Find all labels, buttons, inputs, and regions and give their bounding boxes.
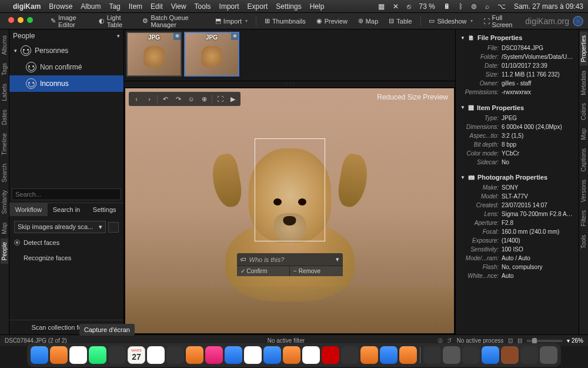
dock-music[interactable] [205, 346, 223, 364]
dock-app[interactable] [89, 346, 106, 364]
add-face-button[interactable]: ⊕ [198, 94, 210, 104]
detect-faces-radio[interactable]: Detect faces [14, 239, 119, 246]
zoom-slider[interactable] [527, 340, 562, 342]
maximize-button[interactable] [27, 17, 33, 23]
face-tag-button[interactable]: ☺ [185, 94, 197, 104]
menu-edit[interactable]: Edit [151, 2, 163, 11]
thumbnail-item[interactable]: JPG◉ [184, 32, 239, 77]
dock-app[interactable] [69, 346, 87, 364]
face-name-input[interactable]: 🏷Who is this?▾ [237, 253, 343, 266]
help-button[interactable] [108, 222, 119, 233]
dock-app[interactable] [147, 346, 165, 364]
tree-item-unknown[interactable]: Inconnus [9, 75, 123, 92]
tab-captions[interactable]: Captions [580, 145, 587, 175]
remove-button[interactable]: −Remove [290, 266, 343, 276]
tab-timeline[interactable]: Timeline [1, 130, 8, 158]
tab-people[interactable]: People [1, 238, 8, 264]
image-editor-button[interactable]: ✎Image Editor [47, 12, 92, 30]
collapse-icon[interactable]: ▼ [460, 105, 465, 110]
tab-versions[interactable]: Versions [580, 176, 587, 205]
menu-import[interactable]: Import [219, 2, 239, 11]
dock-app[interactable] [462, 346, 480, 364]
dock-app[interactable] [166, 346, 184, 364]
map-button[interactable]: ⊛Map [355, 15, 382, 26]
preview-button[interactable]: ◉Preview [313, 15, 351, 26]
collapse-icon[interactable]: ▼ [460, 35, 465, 41]
tab-settings[interactable]: Settings [85, 203, 123, 216]
recognize-faces-radio[interactable]: Recognize faces [14, 251, 119, 265]
tab-similarity[interactable]: Similarity [1, 187, 8, 218]
tray-icon[interactable]: ⎋ [407, 2, 411, 11]
tab-workflow[interactable]: Workflow [9, 203, 48, 216]
clock[interactable]: Sam. 27 mars à 09:43 [514, 2, 583, 11]
dock-virtualbox[interactable] [380, 346, 397, 364]
dock-app[interactable] [423, 346, 441, 364]
dock-app[interactable] [360, 346, 378, 364]
tray-icon[interactable]: ✕ [393, 2, 399, 11]
dock-vlc[interactable] [399, 346, 417, 364]
thumbnails-button[interactable]: ⊞Thumbnails [261, 15, 309, 26]
dock-app[interactable] [108, 346, 126, 364]
dock-appstore[interactable] [225, 346, 242, 364]
search-input[interactable] [12, 188, 121, 200]
table-button[interactable]: ⊟Table [385, 15, 415, 26]
skip-images-select[interactable]: Skip images already sca...▾ [14, 221, 106, 233]
tab-tags[interactable]: Tags [1, 59, 8, 79]
batch-queue-button[interactable]: ⚙Batch Queue Manager [139, 12, 208, 30]
tab-colors[interactable]: Colors [580, 100, 587, 124]
menu-view[interactable]: View [171, 2, 186, 11]
dock-trash[interactable] [540, 346, 557, 364]
tab-map[interactable]: Map [1, 219, 8, 237]
dock-app[interactable] [186, 346, 203, 364]
tab-search[interactable]: Search [1, 160, 8, 186]
menu-settings[interactable]: Settings [276, 2, 301, 11]
menu-tools[interactable]: Tools [195, 2, 211, 11]
dock-finder[interactable] [31, 346, 48, 364]
image-preview[interactable]: ‹ › ↶ ↷ ☺ ⊕ ⛶ ▶ Reduced Size Preview 🏷Wh… [125, 88, 454, 333]
tree-item-unconfirmed[interactable]: Non confirmé [9, 59, 123, 75]
tab-dates[interactable]: Dates [1, 106, 8, 128]
menu-tag[interactable]: Tag [109, 2, 120, 11]
tab-properties[interactable]: Properties [580, 32, 587, 66]
fullscreen-preview-button[interactable]: ⛶ [214, 94, 226, 104]
splitter-handle[interactable] [124, 81, 455, 87]
tab-map[interactable]: Map [580, 125, 587, 143]
dock-firefox[interactable] [283, 346, 300, 364]
dock-digikam[interactable] [482, 346, 499, 364]
app-name[interactable]: digiKam [13, 2, 41, 11]
slideshow-button[interactable]: ▭Slideshow▾ [425, 15, 476, 26]
tree-root-personnes[interactable]: ▾Personnes [9, 42, 123, 59]
prev-button[interactable]: ‹ [131, 94, 142, 104]
dock-filezilla[interactable] [322, 346, 339, 364]
battery-icon[interactable]: 🔋︎ [443, 2, 450, 11]
tab-tools[interactable]: Tools [580, 231, 587, 252]
dock-app[interactable] [263, 346, 281, 364]
dock-app[interactable] [520, 346, 538, 364]
brand-link[interactable]: digiKam.org [525, 16, 583, 26]
next-button[interactable]: › [143, 94, 155, 104]
tray-icon[interactable]: ▦ [378, 2, 385, 11]
close-button[interactable] [8, 17, 14, 23]
menu-export[interactable]: Export [248, 2, 268, 11]
minimize-button[interactable] [18, 17, 24, 23]
dock-app[interactable] [302, 346, 320, 364]
dock-app[interactable] [443, 346, 460, 364]
bluetooth-icon[interactable]: ᛒ [459, 2, 463, 11]
dock-terminal[interactable] [341, 346, 359, 364]
face-detection-box[interactable] [255, 138, 325, 241]
tab-metadata[interactable]: Metadata [580, 67, 587, 99]
menu-item[interactable]: Item [129, 2, 142, 11]
dock-app[interactable] [50, 346, 68, 364]
dock-calendar[interactable]: MARS27 [128, 346, 145, 364]
thumbnail-item[interactable]: JPG◉ [126, 32, 182, 77]
menu-browse[interactable]: Browse [49, 2, 72, 11]
search-icon[interactable]: ⌕ [485, 2, 489, 11]
menu-album[interactable]: Album [81, 2, 101, 11]
tab-albums[interactable]: Albums [1, 32, 8, 58]
tab-labels[interactable]: Labels [1, 80, 8, 104]
tab-search-in[interactable]: Search in [48, 203, 86, 216]
tab-filters[interactable]: Filters [580, 207, 587, 230]
chevron-down-icon[interactable]: ▾ [117, 33, 120, 39]
confirm-button[interactable]: ✓Confirm [237, 266, 290, 276]
menu-help[interactable]: Help [310, 2, 325, 11]
